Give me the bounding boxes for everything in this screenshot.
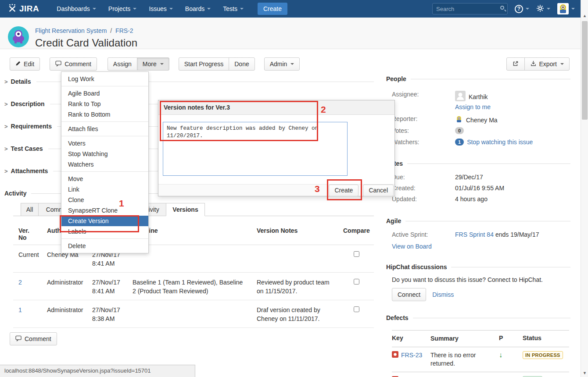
comment-button[interactable]: Comment (50, 57, 97, 71)
chevron-down-icon (93, 8, 96, 10)
version-baseline: Baseline 1 (Team 1 Reviewed), Baseline 2… (127, 273, 251, 300)
annotation-box-3 (327, 179, 362, 200)
defect-row: FRS-23 There is no error returned. ↓ IN … (392, 347, 569, 372)
menu-item-move[interactable]: Move (61, 174, 148, 184)
chevron-down-icon (207, 8, 211, 10)
menu-item-synapsert-clone[interactable]: SynapseRT Clone (61, 205, 148, 216)
menu-item-rank-to-top[interactable]: Rank to Top (61, 99, 148, 109)
chevron-down-icon (560, 63, 564, 65)
jira-logo[interactable]: JIRA (8, 4, 39, 14)
create-button[interactable]: Create (258, 3, 287, 15)
edit-button[interactable]: Edit (10, 57, 40, 71)
menu-item-link[interactable]: Link (61, 184, 148, 195)
done-button[interactable]: Done (229, 57, 255, 71)
chevron-down-icon (133, 8, 136, 10)
search-input[interactable] (432, 3, 508, 14)
breadcrumb-issue-link[interactable]: FRS-2 (115, 27, 133, 34)
section-details[interactable]: >Details (4, 78, 374, 85)
defects-table: Key Summary P Status FRS-23 There is no … (392, 330, 569, 377)
share-icon (512, 60, 519, 68)
user-menu[interactable] (557, 3, 575, 14)
menu-item-clone[interactable]: Clone (61, 195, 148, 205)
start-progress-button[interactable]: Start Progress (179, 57, 229, 71)
help-menu[interactable]: ? (515, 5, 529, 13)
defect-row: FRS-24 Order is been declined. ↑ DONE (392, 372, 569, 377)
version-no-link[interactable]: 2 (18, 279, 22, 286)
menu-boards[interactable]: Boards (181, 3, 215, 15)
tab-versions[interactable]: Versions (166, 203, 205, 216)
chevron-right-icon: > (4, 168, 8, 174)
assign-to-me-link[interactable]: Assign to me (455, 103, 491, 110)
created-value: 01/Jul/16 9:55 AM (455, 185, 504, 192)
updated-row: Updated: 4 hours ago (392, 196, 488, 203)
share-button[interactable] (506, 57, 525, 71)
menu-issues[interactable]: Issues (144, 3, 177, 15)
more-button[interactable]: More (137, 57, 169, 71)
compare-checkbox[interactable] (354, 306, 359, 312)
view-on-board-link[interactable]: View on Board (392, 243, 432, 250)
help-icon: ? (515, 5, 523, 13)
assignee-name: Karthik (469, 93, 488, 100)
comment-bubble-icon (15, 335, 22, 343)
settings-menu[interactable] (536, 4, 550, 14)
hipchat-prompt: Do you want to discuss this issue? Conne… (392, 276, 543, 283)
compare-checkbox[interactable] (354, 279, 359, 285)
annotation-box-2 (160, 101, 318, 141)
stop-watching-link[interactable]: Stop watching this issue (467, 139, 533, 146)
dialog-cancel-button[interactable]: Cancel (363, 185, 394, 196)
menu-item-log-work[interactable]: Log Work (61, 74, 148, 84)
chevron-right-icon: > (4, 101, 8, 107)
annotation-number-2: 2 (321, 104, 326, 115)
reporter-label: Reporter: (392, 115, 455, 124)
menu-item-watchers[interactable]: Watchers (61, 159, 148, 170)
menu-item-agile-board[interactable]: Agile Board (61, 88, 148, 99)
version-no-link[interactable]: 1 (18, 306, 22, 313)
tab-all[interactable]: All (21, 203, 39, 216)
votes-row: Votes: 0 (392, 127, 464, 134)
votes-label: Votes: (392, 127, 455, 134)
menu-tests[interactable]: Tests (219, 3, 248, 15)
version-author: Administrator (42, 273, 87, 300)
chevron-down-icon (160, 63, 164, 65)
watchers-row: Watchers: 1 Stop watching this issue (392, 139, 533, 146)
menu-item-rank-to-bottom[interactable]: Rank to Bottom (61, 109, 148, 120)
assign-button[interactable]: Assign (108, 57, 137, 71)
col-ver-no: Ver. No (13, 223, 42, 245)
breadcrumb: Flight Reservation System / FRS-2 (35, 27, 133, 34)
due-value: 29/Dec/17 (455, 174, 483, 181)
hipchat-connect-button[interactable]: Connect (392, 288, 426, 301)
menu-item-delete[interactable]: Delete (61, 241, 148, 251)
active-sprint-label: Active Sprint: (392, 231, 455, 238)
menu-item-attach-files[interactable]: Attach files (61, 124, 148, 134)
defect-key-link[interactable]: FRS-23 (401, 352, 422, 359)
version-date: 27/Nov/178:41 AM (87, 273, 127, 300)
defect-summary: There is no error returned. (430, 351, 496, 368)
sprint-link[interactable]: FRS Sprint 84 (455, 231, 494, 238)
version-notes (251, 245, 338, 273)
scroll-up-arrow[interactable]: ▲ (581, 12, 588, 20)
scrollbar-thumb[interactable] (582, 21, 588, 120)
breadcrumb-project-link[interactable]: Flight Reservation System (35, 27, 107, 34)
issue-toolbar: Edit Comment Assign More Start Progress … (10, 57, 300, 71)
admin-button[interactable]: Admin (264, 57, 300, 71)
comment-footer-button[interactable]: Comment (10, 332, 57, 345)
dates-heading: Dates (386, 160, 570, 167)
bug-icon (392, 351, 398, 359)
votes-badge: 0 (455, 127, 464, 134)
project-avatar (8, 26, 29, 47)
export-button[interactable]: Export (524, 57, 570, 71)
scroll-down-arrow[interactable]: ▼ (581, 370, 588, 377)
annotation-number-3: 3 (315, 184, 320, 194)
menu-dashboards[interactable]: Dashboards (52, 3, 100, 15)
compare-checkbox[interactable] (354, 251, 359, 257)
jira-logo-icon (8, 4, 17, 14)
table-row: 2 Administrator 27/Nov/178:41 AM Baselin… (13, 273, 374, 300)
menu-item-stop-watching[interactable]: Stop Watching (61, 149, 148, 159)
hipchat-dismiss-link[interactable]: Dismiss (432, 291, 454, 298)
search-icon[interactable] (500, 6, 504, 10)
agile-heading: Agile (386, 217, 570, 224)
compare-link[interactable]: Compare (338, 223, 374, 245)
menu-projects[interactable]: Projects (104, 3, 141, 15)
reporter-name: Cheney Ma (466, 117, 498, 124)
menu-item-voters[interactable]: Voters (61, 138, 148, 149)
